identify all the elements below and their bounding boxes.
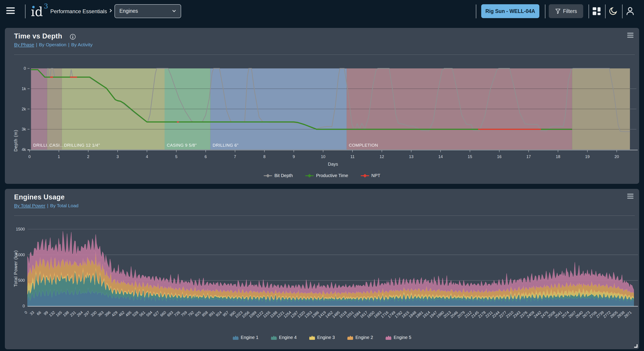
legend-item[interactable]: Engine 4 xyxy=(271,335,297,340)
engines-usage-panel: Engines Usage By Total Power|By Total Lo… xyxy=(5,189,639,349)
svg-text:2475: 2475 xyxy=(540,310,549,319)
legend-marker xyxy=(271,335,277,340)
svg-text:528: 528 xyxy=(132,310,139,318)
svg-text:8: 8 xyxy=(263,154,266,159)
svg-text:1000: 1000 xyxy=(16,253,25,257)
svg-text:1320: 1320 xyxy=(297,310,306,319)
divider xyxy=(476,4,476,18)
svg-text:2871: 2871 xyxy=(623,310,632,319)
rig-well-button[interactable]: Rig Sun - WELL-04A xyxy=(481,4,539,18)
svg-text:2739: 2739 xyxy=(596,310,605,319)
legend-item[interactable]: Engine 3 xyxy=(309,335,335,340)
svg-text:1155: 1155 xyxy=(262,310,271,319)
svg-text:18: 18 xyxy=(556,154,560,159)
svg-text:2310: 2310 xyxy=(505,310,514,319)
svg-text:66: 66 xyxy=(36,310,42,316)
svg-text:132: 132 xyxy=(48,310,56,318)
legend-item[interactable]: Engine 2 xyxy=(347,335,373,340)
svg-text:1122: 1122 xyxy=(255,310,264,319)
topbar: ıd 3 Performance Essentials Engines Rig … xyxy=(0,0,644,22)
svg-text:2079: 2079 xyxy=(456,310,466,319)
svg-text:1254: 1254 xyxy=(283,310,292,319)
svg-text:231: 231 xyxy=(69,310,77,318)
svg-text:2673: 2673 xyxy=(582,310,591,319)
funnel-icon xyxy=(555,8,561,14)
legend-item[interactable]: Engine 1 xyxy=(233,335,258,340)
legend-label: Engine 1 xyxy=(241,335,258,340)
svg-text:1k: 1k xyxy=(22,86,26,91)
legend-label: NPT xyxy=(372,173,380,178)
svg-text:891: 891 xyxy=(208,310,216,318)
svg-text:1485: 1485 xyxy=(332,310,340,319)
legend-marker xyxy=(305,175,314,176)
svg-text:2178: 2178 xyxy=(478,310,486,319)
moon-icon[interactable] xyxy=(608,6,618,16)
svg-text:1518: 1518 xyxy=(338,310,348,319)
svg-text:924: 924 xyxy=(215,310,222,318)
svg-text:627: 627 xyxy=(152,310,160,318)
menu-icon[interactable] xyxy=(6,8,15,15)
filters-button[interactable]: Filters xyxy=(549,4,583,18)
svg-text:1056: 1056 xyxy=(241,310,250,319)
svg-text:4: 4 xyxy=(146,154,148,159)
legend-marker xyxy=(309,335,315,340)
svg-text:1: 1 xyxy=(58,154,60,159)
time-depth-chart: 01k2k3k4k0123456789101112131415161718192… xyxy=(5,28,639,184)
legend-label: Engine 4 xyxy=(279,335,297,340)
page-select[interactable]: Engines xyxy=(114,4,181,18)
chart-legend: Engine 1Engine 4Engine 3Engine 2Engine 5 xyxy=(5,335,639,340)
svg-text:20: 20 xyxy=(614,154,619,159)
svg-text:12: 12 xyxy=(380,154,384,159)
svg-text:10: 10 xyxy=(321,154,325,159)
legend-item[interactable]: Productive Time xyxy=(305,173,348,178)
svg-text:1353: 1353 xyxy=(304,310,313,319)
legend-item[interactable]: Engine 5 xyxy=(386,335,411,340)
svg-text:9: 9 xyxy=(293,154,295,159)
chart-legend: Bit DepthProductive TimeNPT xyxy=(5,173,639,178)
legend-item[interactable]: Bit Depth xyxy=(264,173,293,178)
dashboard-icon[interactable] xyxy=(591,6,602,16)
svg-text:2277: 2277 xyxy=(498,310,507,319)
time-vs-depth-panel: Time vs Depth By Phase|By Operation|By A… xyxy=(5,28,639,184)
svg-text:165: 165 xyxy=(55,310,63,318)
svg-text:1221: 1221 xyxy=(276,310,285,319)
svg-text:2013: 2013 xyxy=(442,310,452,319)
svg-text:759: 759 xyxy=(180,310,188,318)
svg-text:792: 792 xyxy=(187,310,195,318)
svg-text:5: 5 xyxy=(175,154,177,159)
svg-text:2541: 2541 xyxy=(554,310,563,319)
user-icon[interactable] xyxy=(625,6,636,16)
svg-text:264: 264 xyxy=(76,310,84,318)
breadcrumb: Performance Essentials xyxy=(50,8,107,14)
phase-band-label: DRILLING 12 1/4" xyxy=(64,143,100,148)
divider xyxy=(605,4,606,18)
svg-text:858: 858 xyxy=(201,310,209,318)
svg-text:1749: 1749 xyxy=(387,310,396,319)
svg-text:1419: 1419 xyxy=(318,310,327,319)
svg-text:825: 825 xyxy=(194,310,202,318)
phase-band-label: DRILLING 6" xyxy=(213,143,238,148)
legend-item[interactable]: NPT xyxy=(361,173,380,178)
svg-text:330: 330 xyxy=(90,310,98,318)
legend-label: Productive Time xyxy=(316,173,348,178)
svg-text:3: 3 xyxy=(116,154,119,159)
svg-text:2244: 2244 xyxy=(491,310,500,319)
svg-text:2046: 2046 xyxy=(450,310,459,319)
svg-text:1617: 1617 xyxy=(359,310,368,319)
svg-text:2640: 2640 xyxy=(575,310,584,319)
svg-text:1782: 1782 xyxy=(394,310,403,319)
svg-text:6: 6 xyxy=(204,154,207,159)
svg-text:429: 429 xyxy=(111,310,118,318)
svg-text:1980: 1980 xyxy=(436,310,445,319)
svg-text:660: 660 xyxy=(160,310,167,318)
panel-resize-handle[interactable] xyxy=(634,344,638,348)
legend-marker xyxy=(386,335,391,340)
svg-text:2343: 2343 xyxy=(512,310,521,319)
svg-text:2574: 2574 xyxy=(560,310,570,319)
svg-text:2838: 2838 xyxy=(616,310,626,319)
svg-text:3k: 3k xyxy=(22,127,26,132)
svg-text:2k: 2k xyxy=(22,107,26,111)
svg-text:198: 198 xyxy=(62,310,70,318)
svg-text:1683: 1683 xyxy=(373,310,382,319)
svg-text:462: 462 xyxy=(118,310,126,318)
